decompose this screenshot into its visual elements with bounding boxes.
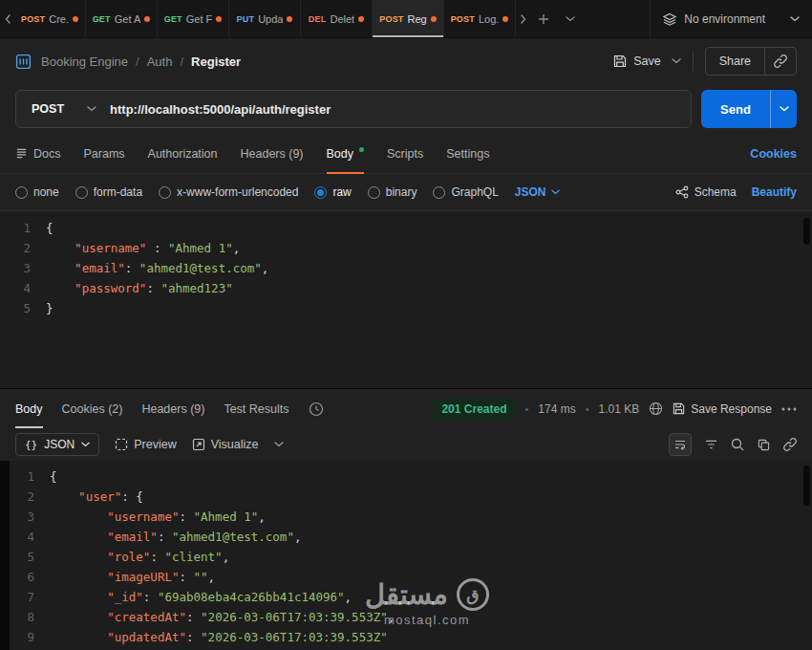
search-button[interactable] [731, 438, 744, 451]
response-tab-body[interactable]: Body [15, 389, 43, 428]
request-tab[interactable]: POST Log. [444, 0, 516, 37]
unsaved-dot-icon [431, 16, 437, 22]
scroll-link-button[interactable] [783, 438, 797, 451]
url-input[interactable]: http://localhost:5000/api/auth/register [110, 102, 691, 117]
breadcrumb-workspace[interactable]: Booking Engine [41, 54, 128, 69]
tab-settings[interactable]: Settings [446, 134, 489, 173]
separator-dot [524, 402, 528, 416]
code-text: { [50, 466, 57, 487]
mode-binary[interactable]: binary [368, 185, 417, 199]
visualize-button[interactable]: Visualize [192, 438, 259, 451]
radio-icon [75, 186, 88, 199]
response-format-selector[interactable]: {} JSON [15, 433, 99, 456]
response-tab-headers[interactable]: Headers (9) [141, 389, 204, 428]
postman-app: POST Cre. GET Get A GET Get F PUT Upda D… [0, 0, 812, 650]
radio-selected-icon [314, 186, 327, 199]
share-button[interactable]: Share [706, 48, 764, 75]
scroll-tabs-right-button[interactable] [516, 0, 530, 37]
code-line: 3 "username": "Ahmed 1", [10, 507, 812, 527]
code-line: 7 "_id": "69ab08eba4ca26bb41c14096", [10, 587, 812, 607]
send-options-button[interactable] [770, 90, 797, 128]
viewer-options-button[interactable] [274, 442, 284, 447]
request-tab-active[interactable]: POST Reg [373, 0, 444, 37]
tab-label: Headers (9) [241, 147, 304, 161]
send-button-group: Send [701, 90, 797, 128]
method-selector[interactable]: POST [16, 102, 110, 116]
mode-raw[interactable]: raw [314, 185, 351, 199]
beautify-button[interactable]: Beautify [752, 185, 797, 199]
filter-button[interactable] [705, 439, 717, 450]
response-history-button[interactable] [309, 389, 324, 428]
request-tab[interactable]: GET Get F [158, 0, 229, 37]
network-info-button[interactable] [649, 401, 663, 416]
save-response-button[interactable]: Save Response [673, 402, 772, 416]
tab-params[interactable]: Params [83, 134, 124, 173]
scroll-tabs-left-button[interactable] [0, 0, 14, 37]
scrollbar-thumb[interactable] [803, 466, 810, 506]
tab-method-label: POST [379, 14, 403, 24]
response-more-button[interactable] [781, 407, 797, 411]
format-label: JSON [44, 438, 75, 451]
tab-scripts[interactable]: Scripts [387, 134, 423, 173]
response-body-viewer[interactable]: 1{2 "user": {3 "username": "Ahmed 1",4 "… [0, 461, 812, 650]
schema-button[interactable]: Schema [675, 185, 737, 199]
mode-urlencoded[interactable]: x-www-form-urlencoded [159, 185, 298, 199]
wrap-text-button[interactable] [669, 433, 692, 456]
code-text: "email": "ahmed1@test.com", [50, 527, 301, 547]
request-tab[interactable]: POST Cre. [14, 0, 86, 37]
cookies-link[interactable]: Cookies [750, 147, 797, 161]
request-body-editor[interactable]: 1{2 "username" : "Ahmed 1",3 "email": "a… [0, 210, 812, 388]
response-tab-test-results[interactable]: Test Results [224, 389, 288, 428]
unsaved-dot-icon [144, 16, 150, 22]
code-text: "createdAt": "2026-03-06T17:03:39.553Z", [50, 607, 395, 627]
tab-method-label: PUT [237, 14, 255, 24]
code-text: } [46, 298, 53, 318]
tab-options-button[interactable] [557, 0, 584, 37]
mode-label: binary [386, 185, 417, 199]
unsaved-dot-icon [216, 16, 222, 22]
header-actions: Save Share [613, 47, 797, 76]
tab-headers[interactable]: Headers (9) [241, 134, 304, 173]
line-number: 5 [0, 298, 46, 318]
unsaved-dot-icon [502, 16, 508, 22]
mode-form-data[interactable]: form-data [75, 185, 142, 199]
tab-body[interactable]: Body [327, 134, 365, 173]
request-header: Booking Engine Auth Register Save Share [0, 38, 812, 84]
save-button[interactable]: Save [613, 54, 681, 68]
chevron-down-icon [566, 16, 575, 22]
mode-none[interactable]: none [15, 185, 59, 199]
response-time: 174 ms [538, 402, 575, 416]
chevron-down-icon [780, 106, 789, 112]
tab-authorization[interactable]: Authorization [148, 134, 218, 173]
response-tab-cookies[interactable]: Cookies (2) [62, 389, 123, 428]
send-button[interactable]: Send [701, 90, 770, 128]
new-tab-button[interactable] [530, 0, 557, 37]
breadcrumb-folder[interactable]: Auth [147, 54, 173, 69]
preview-icon [115, 438, 128, 451]
status-badge: 201 Created [433, 399, 515, 420]
chevron-left-icon [5, 14, 11, 24]
scrollbar-thumb[interactable] [803, 218, 810, 245]
mode-graphql[interactable]: GraphQL [433, 185, 498, 199]
request-tab[interactable]: DEL Delet [301, 0, 373, 37]
tab-method-label: POST [21, 14, 45, 24]
code-text: "username" : "Ahmed 1", [46, 238, 240, 258]
copy-link-button[interactable] [764, 48, 796, 75]
filter-icon [705, 439, 717, 450]
preview-button[interactable]: Preview [115, 438, 176, 451]
save-options-button[interactable] [672, 58, 681, 64]
tab-docs[interactable]: Docs [15, 134, 60, 173]
copy-button[interactable] [758, 439, 770, 451]
language-selector[interactable]: JSON [515, 185, 560, 199]
editor-left-gutter [0, 461, 10, 650]
request-tab[interactable]: PUT Upda [229, 0, 301, 37]
request-tab[interactable]: GET Get A [86, 0, 158, 37]
code-text: "username": "Ahmed 1", [50, 507, 266, 527]
response-tabs: Body Cookies (2) Headers (9) Test Result… [0, 388, 812, 428]
save-label: Save [633, 54, 661, 68]
tab-method-label: GET [164, 14, 182, 24]
environment-selector[interactable]: No environment [650, 0, 812, 37]
tab-title: Get A [115, 13, 141, 25]
code-text: "user": { [50, 487, 143, 507]
breadcrumb-separator [180, 54, 183, 69]
